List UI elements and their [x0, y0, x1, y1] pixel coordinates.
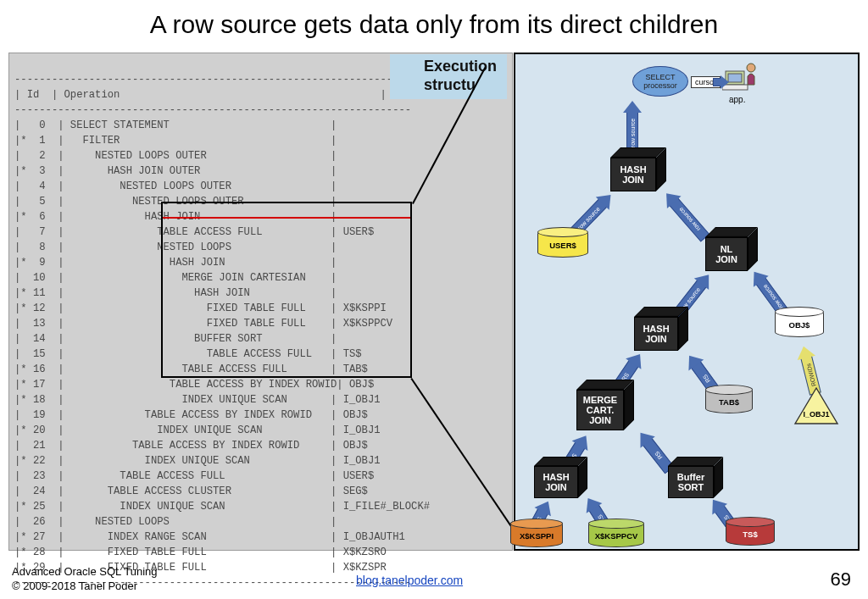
obj-table-node: OBJ$ — [775, 308, 824, 337]
xksppi-table-node: X$KSPPI — [510, 520, 563, 547]
arrow-cursor-app — [713, 78, 721, 86]
merge-cartesian-node: MERGE CART. JOIN — [576, 390, 624, 430]
page-title: A row source gets data only from its dir… — [0, 0, 868, 46]
execution-structure-label: Executionstructu — [390, 54, 507, 99]
user-table-node: USER$ — [537, 229, 588, 258]
page-number: 69 — [831, 568, 851, 591]
hash-join-mid-node: HASH JOIN — [634, 317, 678, 351]
hash-join-low-node: HASH JOIN — [534, 466, 578, 498]
ts-table-node: TS$ — [726, 519, 775, 546]
footer-credits: Advanced Oracle SQL Tuning © 2009-2018 T… — [12, 565, 158, 594]
blog-link[interactable]: blog.tanelpoder.com — [356, 574, 463, 587]
buffer-sort-node: Buffer SORT — [668, 466, 714, 498]
nl-join-node: NL JOIN — [705, 237, 748, 271]
select-processor-node: SELECT processor — [632, 66, 688, 97]
svg-rect-1 — [728, 74, 742, 82]
tab-table-node: TAB$ — [705, 386, 753, 413]
app-label: app. — [729, 95, 745, 104]
hash-join-top-node: HASH JOIN — [610, 158, 656, 191]
red-separator-line — [163, 217, 410, 219]
arrow-nl-to-hj: row source — [669, 197, 710, 242]
xksppcv-table-node: X$KSPPCV — [588, 520, 644, 547]
tree-diagram: SELECT processor cursor app. row source … — [514, 53, 860, 551]
iobj1-index-node: I_OBJ1 — [792, 385, 841, 430]
highlight-rectangle — [161, 202, 412, 378]
svg-point-3 — [747, 64, 755, 72]
